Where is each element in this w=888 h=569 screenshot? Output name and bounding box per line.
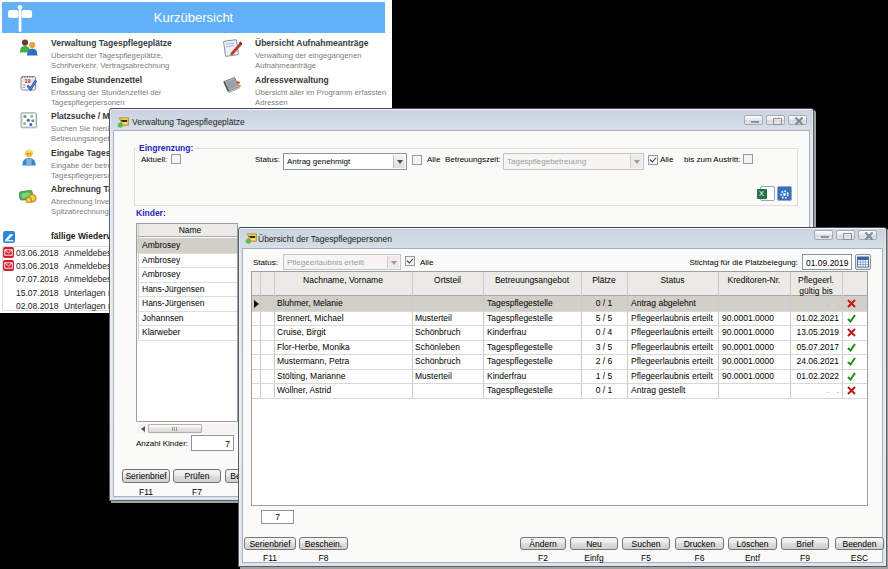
svg-text:19: 19 [25, 78, 31, 84]
